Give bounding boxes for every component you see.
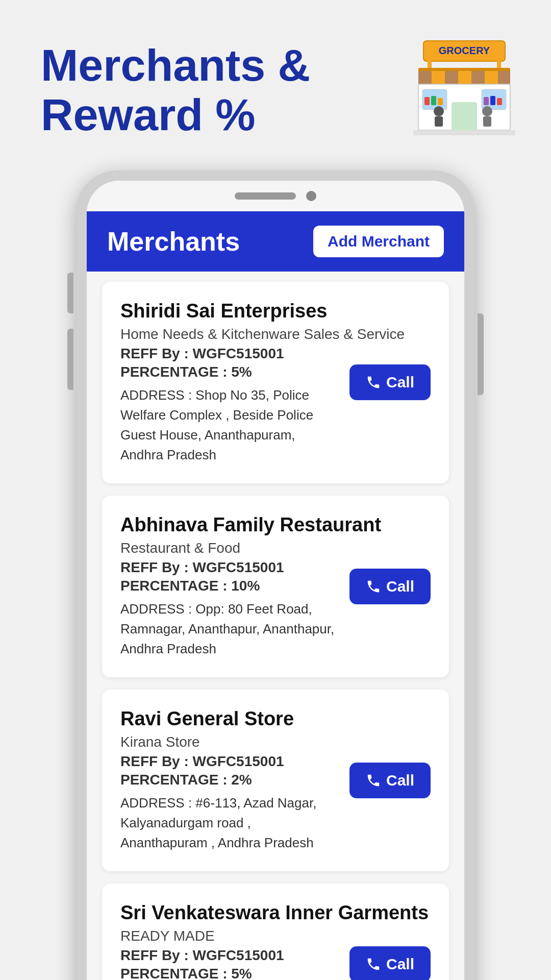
svg-rect-18: [431, 96, 436, 105]
phone-frame: Merchants Add Merchant Shiridi Sai Enter…: [77, 170, 474, 980]
svg-point-24: [434, 106, 444, 116]
svg-rect-7: [445, 69, 458, 84]
volume-down-button: [67, 329, 73, 390]
call-button-4[interactable]: Call: [349, 946, 431, 980]
merchant-address-2: ADDRESS : Opp: 80 Feet Road, Ramnagar, A…: [120, 599, 431, 659]
svg-rect-23: [413, 130, 515, 135]
svg-rect-9: [471, 69, 485, 84]
call-button-2[interactable]: Call: [349, 569, 431, 604]
merchant-category-2: Restaurant & Food: [120, 540, 431, 556]
phone-notch: [87, 181, 464, 211]
call-button-3[interactable]: Call: [349, 763, 431, 798]
svg-rect-20: [484, 97, 489, 105]
phone-icon-1: [366, 375, 381, 390]
svg-rect-14: [452, 102, 477, 130]
merchant-card-4: Sri Venkateswara Inner Garments READY MA…: [102, 884, 449, 980]
merchant-category-3: Kirana Store: [120, 734, 431, 750]
merchant-category-1: Home Needs & Kitchenware Sales & Service: [120, 326, 431, 342]
grocery-illustration: GROCERY: [408, 36, 520, 138]
merchant-reff-1: REFF By : WGFC515001: [120, 346, 431, 362]
merchant-card-1: Shiridi Sai Enterprises Home Needs & Kit…: [102, 282, 449, 483]
add-merchant-button[interactable]: Add Merchant: [313, 226, 444, 257]
front-camera: [306, 191, 316, 201]
svg-rect-5: [418, 69, 432, 84]
call-button-1[interactable]: Call: [349, 364, 431, 400]
page-header: Merchants & Reward % GROCERY: [0, 0, 551, 160]
phone-icon-4: [366, 957, 381, 972]
notch-pill: [235, 192, 296, 200]
svg-rect-22: [497, 98, 502, 105]
merchant-name-1: Shiridi Sai Enterprises: [120, 300, 431, 322]
merchant-category-4: READY MADE: [120, 928, 431, 944]
volume-up-button: [67, 273, 73, 313]
power-button: [478, 313, 484, 395]
app-content: Merchants Add Merchant Shiridi Sai Enter…: [87, 211, 464, 980]
phone-icon-2: [366, 579, 381, 594]
svg-rect-11: [498, 69, 510, 84]
merchant-card-3: Ravi General Store Kirana Store REFF By …: [102, 690, 449, 871]
svg-rect-19: [438, 98, 443, 105]
svg-rect-17: [424, 97, 430, 105]
merchants-list: Shiridi Sai Enterprises Home Needs & Kit…: [87, 272, 464, 980]
phone-icon-3: [366, 773, 381, 788]
app-header: Merchants Add Merchant: [87, 211, 464, 272]
svg-rect-27: [483, 116, 491, 127]
app-header-title: Merchants: [107, 226, 240, 257]
svg-rect-25: [435, 116, 443, 127]
merchant-address-3: ADDRESS : #6-113, Azad Nagar, Kalyanadur…: [120, 793, 431, 853]
page-title: Merchants & Reward %: [41, 41, 408, 140]
svg-text:GROCERY: GROCERY: [439, 45, 490, 56]
svg-rect-8: [458, 69, 471, 84]
svg-rect-21: [490, 96, 495, 105]
merchant-name-2: Abhinava Family Restaurant: [120, 514, 431, 536]
merchant-name-3: Ravi General Store: [120, 708, 431, 730]
phone-screen: Merchants Add Merchant Shiridi Sai Enter…: [87, 181, 464, 980]
svg-rect-12: [418, 68, 510, 71]
merchant-card-2: Abhinava Family Restaurant Restaurant & …: [102, 496, 449, 677]
svg-rect-10: [485, 69, 498, 84]
svg-point-26: [482, 106, 492, 116]
merchant-name-4: Sri Venkateswara Inner Garments: [120, 902, 431, 924]
svg-rect-6: [432, 69, 445, 84]
